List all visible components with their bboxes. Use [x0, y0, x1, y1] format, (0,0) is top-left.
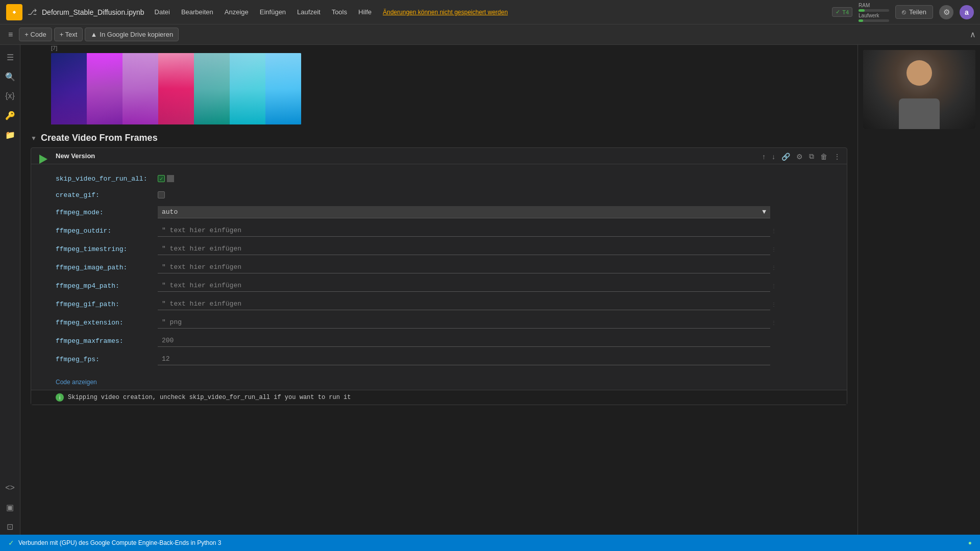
sidebar-icon-secrets[interactable]: 🔑	[2, 107, 18, 123]
collapse-section-button[interactable]: ▼	[31, 135, 37, 142]
menu-anzeige[interactable]: Anzeige	[219, 6, 254, 18]
skip-video-checkbox[interactable]	[158, 175, 165, 182]
more-options-button[interactable]: ⋮	[831, 151, 843, 162]
laufwerk-label: Laufwerk	[859, 13, 889, 18]
resource-indicator: RAM Laufwerk	[859, 3, 889, 22]
form-row-ffmpeg-extension: ffmpeg_extension: " png ⋮	[56, 313, 839, 332]
ram-bar-bg	[859, 9, 889, 12]
move-down-button[interactable]: ↓	[770, 151, 777, 162]
menu-laufzeit[interactable]: Laufzeit	[292, 6, 326, 18]
webcam-view	[863, 50, 975, 129]
menu-bearbeiten[interactable]: Bearbeiten	[176, 6, 218, 18]
ffmpeg-image-path-input[interactable]: " text hier einfügen	[158, 261, 770, 273]
ffmpeg-outdir-resize-handle[interactable]: ⋮	[771, 228, 775, 234]
move-up-button[interactable]: ↑	[760, 151, 768, 162]
cell-output: i Skipping video creation, uncheck skip_…	[31, 390, 847, 405]
form-row-ffmpeg-outdir: ffmpeg_outdir: " text hier einfügen ⋮	[56, 221, 839, 240]
form-row-ffmpeg-mode: ffmpeg_mode: auto ▼	[56, 203, 839, 221]
cell-number-tag: [7]	[51, 45, 847, 51]
ffmpeg-gif-path-placeholder: " text hier einfügen	[162, 300, 241, 308]
menu-hilfe[interactable]: Hilfe	[353, 6, 377, 18]
menu-einfuegen[interactable]: Einfügen	[255, 6, 291, 18]
ffmpeg-fps-input[interactable]: 12	[158, 353, 770, 365]
section-header: ▼ Create Video From Frames	[20, 124, 857, 147]
form-row-ffmpeg-maxframes: ffmpeg_maxframes: 200	[56, 332, 839, 350]
unsaved-warning[interactable]: Änderungen können nicht gespeichert werd…	[383, 9, 508, 16]
share-button[interactable]: ⎋ Teilen	[895, 5, 933, 19]
run-cell-button[interactable]	[36, 152, 51, 166]
status-bar: ✓ Verbunden mit (GPU) des Google Compute…	[0, 535, 980, 551]
ffmpeg-maxframes-label: ffmpeg_maxframes:	[56, 337, 158, 345]
ffmpeg-image-path-placeholder: " text hier einfügen	[162, 263, 241, 271]
ffmpeg-timestring-resize-handle[interactable]: ⋮	[771, 246, 775, 252]
sidebar-icon-files[interactable]: 📁	[2, 127, 18, 143]
sidebar-icon-terminal[interactable]: ▣	[2, 499, 18, 515]
form-row-ffmpeg-mp4-path: ffmpeg_mp4_path: " text hier einfügen ⋮	[56, 277, 839, 295]
cell-version-label: New Version	[31, 148, 847, 164]
disk-bar-bg	[859, 19, 889, 22]
sidebar-icon-menu[interactable]: ☰	[2, 49, 18, 65]
menu-bar: Datei Bearbeiten Anzeige Einfügen Laufze…	[150, 6, 508, 18]
disk-bar-fill	[859, 19, 863, 22]
delete-cell-button[interactable]: 🗑	[818, 151, 829, 162]
show-code-link[interactable]: Code anzeigen	[31, 374, 847, 390]
ffmpeg-outdir-input[interactable]: " text hier einfügen	[158, 224, 770, 237]
ffmpeg-extension-resize-handle[interactable]: ⋮	[771, 320, 775, 325]
ffmpeg-maxframes-input[interactable]: 200	[158, 335, 770, 347]
ram-bar-fill	[859, 9, 865, 12]
add-text-button[interactable]: + Text	[54, 28, 83, 41]
sidebar-icon-code[interactable]: <>	[2, 480, 18, 496]
ffmpeg-timestring-input[interactable]: " text hier einfügen	[158, 243, 770, 255]
copy-to-drive-button[interactable]: ▲ In Google Drive kopieren	[85, 28, 179, 41]
ffmpeg-gif-path-resize-handle[interactable]: ⋮	[771, 302, 775, 307]
ffmpeg-image-path-resize-handle[interactable]: ⋮	[771, 265, 775, 270]
sidebar-icon-variables[interactable]: {x}	[2, 88, 18, 104]
share-icon: ⎋	[902, 8, 906, 16]
menu-datei[interactable]: Datei	[150, 6, 175, 18]
top-bar: ⎇ Deforum_Stable_Diffusion.ipynb Datei B…	[0, 0, 980, 24]
sidebar-icon-search[interactable]: 🔍	[2, 68, 18, 85]
link-cell-button[interactable]: 🔗	[779, 151, 792, 162]
ffmpeg-maxframes-value: 200	[162, 337, 174, 344]
form-row-ffmpeg-timestring: ffmpeg_timestring: " text hier einfügen …	[56, 240, 839, 258]
ffmpeg-mp4-path-label: ffmpeg_mp4_path:	[56, 282, 158, 290]
user-avatar[interactable]: a	[960, 5, 974, 19]
t4-runtime-badge[interactable]: ✓ T4	[832, 7, 852, 17]
ffmpeg-mode-value: auto	[162, 208, 178, 216]
add-code-button[interactable]: + Code	[19, 28, 52, 41]
ffmpeg-mode-dropdown[interactable]: auto ▼	[158, 206, 770, 218]
ffmpeg-mp4-path-input[interactable]: " text hier einfügen	[158, 280, 770, 292]
form-row-ffmpeg-image-path: ffmpeg_image_path: " text hier einfügen …	[56, 258, 839, 277]
video-preview-image	[51, 53, 301, 124]
person-body	[899, 98, 940, 129]
ffmpeg-extension-input[interactable]: " png	[158, 316, 770, 329]
copy-cell-button[interactable]: ⧉	[807, 151, 816, 162]
ffmpeg-mode-label: ffmpeg_mode:	[56, 209, 158, 216]
run-icon	[39, 155, 47, 164]
settings-icon[interactable]: ⚙	[939, 5, 953, 19]
main-layout: ☰ 🔍 {x} 🔑 📁 <> ▣ ⊡ [7]	[0, 45, 980, 535]
dropdown-arrow-icon: ▼	[762, 208, 766, 216]
expand-button[interactable]: ∧	[970, 30, 976, 39]
output-status-icon: i	[56, 393, 64, 402]
ffmpeg-extension-label: ffmpeg_extension:	[56, 319, 158, 327]
notebook-title: Deforum_Stable_Diffusion.ipynb	[42, 8, 144, 16]
ffmpeg-fps-label: ffmpeg_fps:	[56, 356, 158, 363]
ffmpeg-gif-path-input[interactable]: " text hier einfügen	[158, 298, 770, 310]
webcam-background	[863, 50, 975, 129]
ffmpeg-timestring-placeholder: " text hier einfügen	[162, 245, 241, 253]
create-gif-checkbox[interactable]	[158, 191, 165, 198]
ffmpeg-gif-path-label: ffmpeg_gif_path:	[56, 300, 158, 308]
cell-settings-button[interactable]: ⚙	[794, 151, 805, 162]
sidebar-icon-bottom[interactable]: ⊡	[2, 518, 18, 535]
skip-video-checkbox-alt[interactable]	[167, 175, 174, 182]
ffmpeg-mp4-path-resize-handle[interactable]: ⋮	[771, 283, 775, 289]
form-row-ffmpeg-gif-path: ffmpeg_gif_path: " text hier einfügen ⋮	[56, 295, 839, 313]
cell-content: skip_video_for_run_all: create_gif: ffmp…	[31, 164, 847, 374]
section-title: Create Video From Frames	[41, 133, 158, 143]
sidebar-toggle-button[interactable]: ≡	[4, 28, 17, 42]
ffmpeg-mp4-path-placeholder: " text hier einfügen	[162, 282, 241, 289]
content-area: [7] ▼ Create Video From Frames	[20, 45, 857, 535]
resource-bars: RAM Laufwerk	[859, 3, 889, 22]
menu-tools[interactable]: Tools	[327, 6, 352, 18]
